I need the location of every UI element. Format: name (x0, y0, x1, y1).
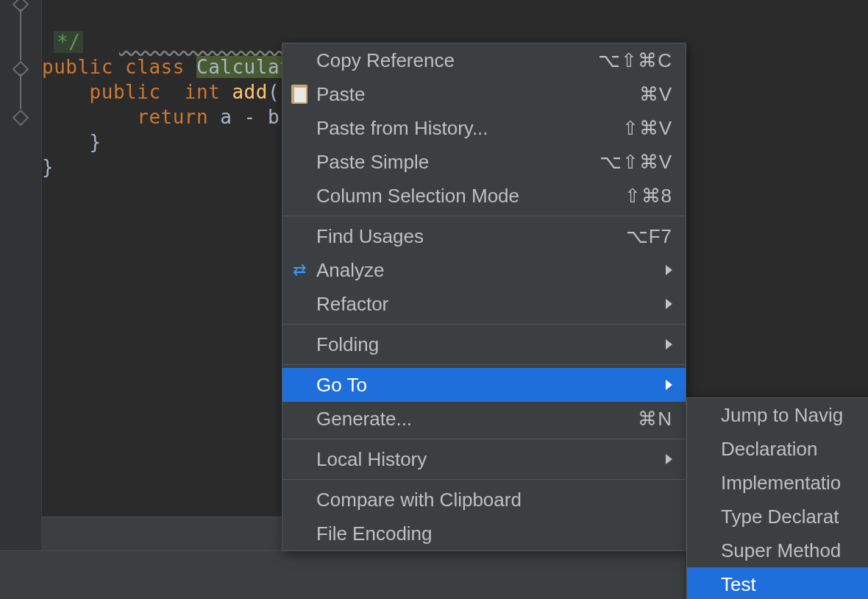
submenu-arrow-icon (666, 265, 672, 275)
blank-icon (288, 374, 310, 396)
menu-separator (282, 439, 686, 439)
blank-icon (288, 293, 310, 315)
submenu-arrow-icon (666, 454, 672, 464)
fold-line-icon (20, 74, 21, 109)
menu-separator (282, 479, 686, 480)
menu-item-paste-history[interactable]: Paste from History... ⇧⌘V (282, 111, 686, 145)
menu-shortcut: ⇧⌘V (622, 117, 672, 140)
menu-shortcut: ⇧⌘8 (625, 185, 672, 208)
blank-icon (288, 185, 310, 207)
code-line: return a - b (42, 106, 280, 128)
menu-label: Paste Simple (316, 151, 600, 174)
menu-item-refactor[interactable]: Refactor (282, 287, 686, 321)
blank-icon (288, 333, 310, 355)
menu-label: Declaration (721, 438, 868, 461)
blank-icon (288, 117, 310, 139)
menu-item-compare-clipboard[interactable]: Compare with Clipboard (282, 483, 686, 517)
menu-label: Test (721, 573, 868, 596)
fold-line-icon (20, 9, 21, 60)
blank-icon (288, 489, 310, 511)
menu-separator (282, 364, 686, 365)
menu-separator (282, 324, 686, 325)
blank-icon (288, 225, 310, 247)
paste-icon (288, 83, 310, 105)
menu-label: Implementatio (721, 472, 868, 495)
menu-shortcut: ⌘V (639, 83, 672, 106)
blank-icon (288, 448, 310, 470)
menu-label: Generate... (316, 408, 638, 430)
blank-icon (288, 151, 310, 173)
menu-item-generate[interactable]: Generate... ⌘N (282, 402, 686, 436)
menu-label: Jump to Navig (721, 404, 868, 427)
code-line: } (42, 156, 54, 178)
ide-editor: */ public class Calculator { public int … (0, 0, 868, 599)
menu-label: Refactor (316, 293, 660, 316)
menu-label: Analyze (316, 259, 660, 282)
menu-label: File Encoding (316, 522, 672, 545)
comment-end: */ (42, 31, 285, 53)
submenu-item-declaration[interactable]: Declaration (687, 432, 868, 466)
analyze-icon: ⇄ (288, 259, 310, 281)
submenu-item-jump-nav[interactable]: Jump to Navig (687, 398, 868, 432)
menu-item-column-selection[interactable]: Column Selection Mode ⇧⌘8 (282, 179, 686, 213)
menu-item-local-history[interactable]: Local History (282, 442, 686, 476)
menu-item-folding[interactable]: Folding (282, 327, 686, 361)
editor-gutter (0, 0, 42, 599)
menu-label: Column Selection Mode (316, 185, 625, 208)
menu-shortcut: ⌥⇧⌘C (598, 49, 672, 72)
blank-icon (288, 522, 310, 545)
menu-item-paste-simple[interactable]: Paste Simple ⌥⇧⌘V (282, 145, 686, 179)
menu-item-copy-reference[interactable]: Copy Reference ⌥⇧⌘C (282, 43, 686, 77)
menu-item-file-encoding[interactable]: File Encoding (282, 517, 686, 550)
code-line: } (42, 131, 102, 153)
submenu-arrow-icon (666, 299, 672, 309)
menu-label: Type Declarat (721, 506, 868, 528)
fold-marker-icon[interactable] (13, 110, 29, 127)
menu-label: Paste (316, 83, 639, 106)
blank-icon (288, 49, 310, 71)
submenu-item-type-declaration[interactable]: Type Declarat (687, 500, 868, 534)
menu-item-find-usages[interactable]: Find Usages ⌥F7 (282, 219, 686, 253)
menu-shortcut: ⌥⇧⌘V (600, 151, 672, 174)
menu-label: Copy Reference (316, 49, 598, 72)
menu-label: Super Method (721, 539, 868, 562)
menu-label: Compare with Clipboard (316, 489, 672, 511)
submenu-item-super-method[interactable]: Super Method (687, 534, 868, 567)
go-to-submenu: Jump to Navig Declaration Implementatio … (686, 397, 868, 599)
blank-icon (288, 408, 310, 430)
submenu-arrow-icon (666, 339, 672, 350)
context-menu: Copy Reference ⌥⇧⌘C Paste ⌘V Paste from … (282, 43, 686, 551)
menu-label: Folding (316, 333, 660, 356)
submenu-item-test[interactable]: Test (687, 567, 868, 599)
menu-item-analyze[interactable]: ⇄ Analyze (282, 253, 686, 287)
menu-label: Find Usages (316, 225, 626, 248)
menu-item-go-to[interactable]: Go To (282, 368, 686, 402)
code-line: public int add( (42, 81, 280, 103)
menu-label: Local History (316, 448, 660, 471)
menu-shortcut: ⌥F7 (626, 225, 672, 248)
menu-shortcut: ⌘N (638, 408, 672, 430)
menu-label: Go To (316, 374, 660, 397)
submenu-item-implementation[interactable]: Implementatio (687, 466, 868, 500)
menu-separator (282, 216, 686, 216)
menu-label: Paste from History... (316, 117, 622, 140)
submenu-arrow-icon (666, 380, 672, 390)
menu-item-paste[interactable]: Paste ⌘V (282, 77, 686, 111)
